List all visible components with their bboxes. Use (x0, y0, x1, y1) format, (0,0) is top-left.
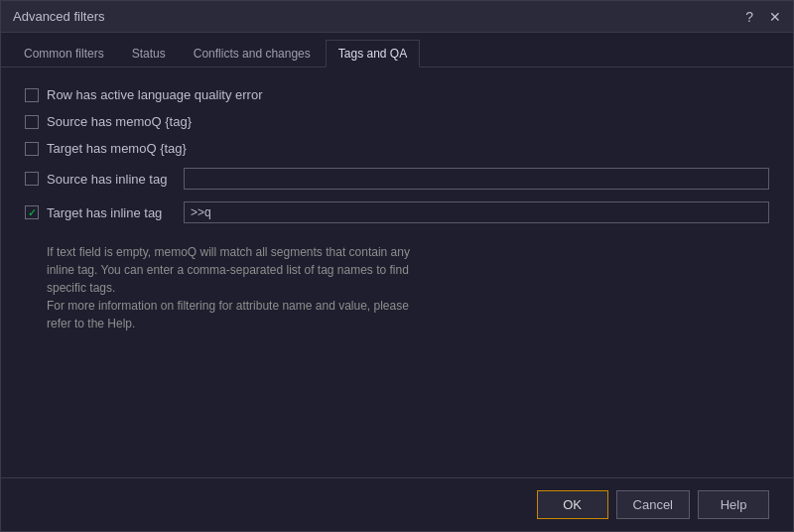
tab-status[interactable]: Status (119, 40, 179, 67)
source-memoq-tag-checkbox[interactable] (25, 115, 39, 129)
tab-tags-qa[interactable]: Tags and QA (326, 40, 420, 67)
tab-conflicts-changes[interactable]: Conflicts and changes (181, 40, 324, 67)
source-inline-tag-checkbox[interactable] (25, 172, 39, 186)
target-memoq-tag-row: Target has memoQ {tag} (25, 141, 769, 156)
target-inline-tag-input[interactable] (184, 201, 769, 223)
info-line3: specific tags. (47, 281, 115, 295)
info-line5: refer to the Help. (47, 317, 135, 331)
info-text: If text field is empty, memoQ will match… (47, 243, 523, 332)
target-inline-tag-row: Target has inline tag (25, 201, 769, 223)
source-memoq-tag-label: Source has memoQ {tag} (47, 114, 192, 129)
tab-common-filters[interactable]: Common filters (11, 40, 117, 67)
row-language-quality-checkbox[interactable] (25, 88, 39, 102)
row-language-quality-row: Row has active language quality error (25, 87, 769, 102)
source-memoq-tag-row: Source has memoQ {tag} (25, 114, 769, 129)
row-language-quality-label: Row has active language quality error (47, 87, 263, 102)
info-line4: For more information on filtering for at… (47, 299, 409, 313)
help-icon-button[interactable]: ? (745, 10, 753, 24)
footer: OK Cancel Help (1, 477, 793, 531)
target-inline-tag-checkbox[interactable] (25, 205, 39, 219)
dialog-title: Advanced filters (13, 9, 105, 24)
source-inline-tag-row: Source has inline tag (25, 168, 769, 190)
advanced-filters-dialog: Advanced filters ? ✕ Common filters Stat… (0, 0, 794, 532)
close-button[interactable]: ✕ (769, 10, 781, 24)
info-line1: If text field is empty, memoQ will match… (47, 245, 410, 259)
content-area: Row has active language quality error So… (1, 67, 793, 477)
source-inline-tag-label: Source has inline tag (47, 172, 176, 187)
info-line2: inline tag. You can enter a comma-separa… (47, 263, 409, 277)
ok-button[interactable]: OK (537, 490, 608, 519)
source-inline-tag-input[interactable] (184, 168, 769, 190)
target-inline-tag-label: Target has inline tag (47, 205, 176, 220)
title-bar: Advanced filters ? ✕ (1, 1, 793, 33)
help-button[interactable]: Help (698, 490, 769, 519)
target-memoq-tag-checkbox[interactable] (25, 142, 39, 156)
cancel-button[interactable]: Cancel (616, 490, 690, 519)
tabs-bar: Common filters Status Conflicts and chan… (1, 33, 793, 67)
title-bar-controls: ? ✕ (745, 10, 781, 24)
target-memoq-tag-label: Target has memoQ {tag} (47, 141, 187, 156)
